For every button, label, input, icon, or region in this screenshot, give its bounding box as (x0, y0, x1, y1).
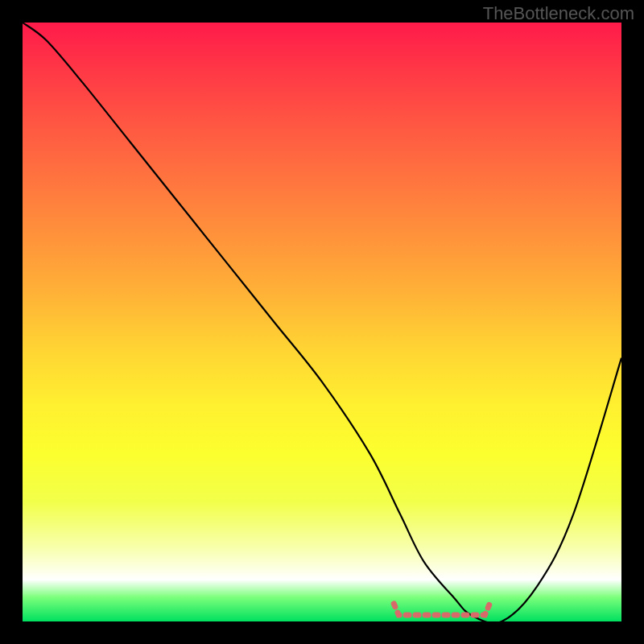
optimal-range-marker (394, 604, 489, 615)
bottleneck-curve-svg (23, 23, 621, 621)
chart-plot-area (23, 23, 621, 621)
watermark-text: TheBottleneck.com (483, 3, 634, 24)
bottleneck-curve-path (23, 23, 621, 621)
